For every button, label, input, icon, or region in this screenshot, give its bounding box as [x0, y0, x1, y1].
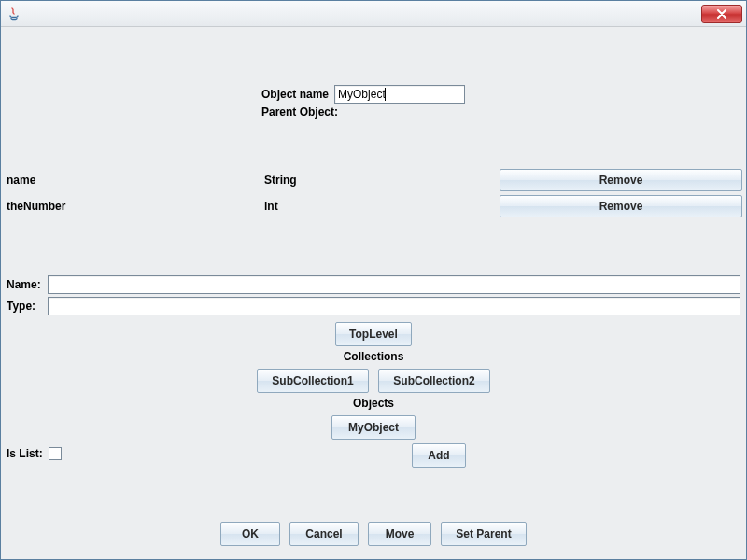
objects-heading: Objects [353, 397, 394, 410]
object-button[interactable]: MyObject [331, 415, 416, 440]
set-parent-button[interactable]: Set Parent [441, 522, 527, 546]
field-name: theNumber [7, 200, 264, 213]
remove-field-button[interactable]: Remove [500, 195, 742, 217]
remove-field-button[interactable]: Remove [500, 169, 742, 191]
is-list-label: Is List: [7, 447, 43, 460]
collection-button[interactable]: SubCollection1 [257, 369, 369, 393]
field-type: int [264, 200, 498, 213]
name-input[interactable] [48, 275, 740, 294]
bottom-button-bar: OK Cancel Move Set Parent [1, 522, 746, 546]
collection-button[interactable]: SubCollection2 [378, 369, 490, 393]
add-button[interactable]: Add [412, 443, 466, 468]
cancel-button[interactable]: Cancel [289, 522, 359, 546]
object-name-label: Object name [261, 88, 329, 101]
parent-object-label: Parent Object: [261, 105, 338, 119]
close-icon [716, 9, 727, 19]
fields-list: name String Remove theNumber int Remove [7, 167, 742, 219]
field-row: name String Remove [7, 167, 742, 193]
close-button[interactable] [701, 5, 742, 23]
field-type: String [264, 174, 498, 187]
field-name: name [7, 174, 264, 187]
type-label: Type: [7, 300, 48, 313]
collections-heading: Collections [344, 350, 404, 363]
java-icon [7, 7, 21, 21]
ok-button[interactable]: OK [220, 522, 280, 546]
field-row: theNumber int Remove [7, 193, 742, 219]
titlebar [1, 1, 746, 27]
window-frame: Object name Parent Object: name String R… [0, 0, 747, 560]
is-list-checkbox[interactable] [49, 447, 62, 460]
content-pane: Object name Parent Object: name String R… [1, 27, 746, 559]
type-input[interactable] [48, 297, 740, 315]
object-name-input[interactable] [334, 85, 465, 104]
name-label: Name: [7, 278, 48, 291]
text-caret [385, 88, 386, 101]
toplevel-button[interactable]: TopLevel [335, 322, 412, 346]
move-button[interactable]: Move [368, 522, 431, 546]
